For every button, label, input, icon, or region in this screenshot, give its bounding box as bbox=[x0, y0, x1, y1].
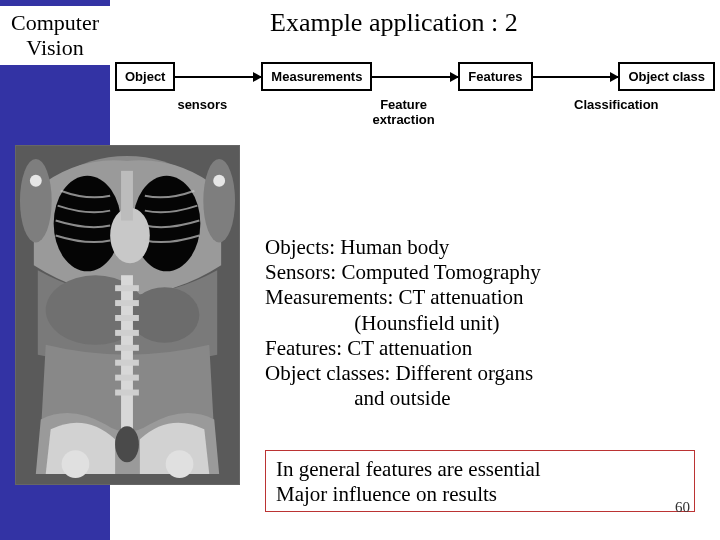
summary-line1: In general features are essential bbox=[276, 457, 684, 482]
sidebar-title: Computer Vision bbox=[0, 6, 110, 65]
svg-rect-5 bbox=[121, 171, 133, 221]
svg-point-11 bbox=[130, 287, 199, 343]
summary-line2: Major influence on results bbox=[276, 482, 684, 507]
svg-point-9 bbox=[213, 175, 225, 187]
svg-rect-20 bbox=[115, 390, 139, 396]
arrow-icon bbox=[533, 76, 619, 78]
flow-label-sensors: sensors bbox=[115, 97, 290, 127]
svg-rect-16 bbox=[115, 330, 139, 336]
flow-box-features: Features bbox=[458, 62, 532, 91]
svg-rect-18 bbox=[115, 360, 139, 366]
svg-rect-19 bbox=[115, 375, 139, 381]
svg-rect-13 bbox=[115, 285, 139, 291]
svg-point-23 bbox=[166, 450, 194, 478]
sidebar-title-line1: Computer bbox=[11, 10, 99, 35]
body-text: Objects: Human body Sensors: Computed To… bbox=[265, 235, 695, 411]
arrow-icon bbox=[175, 76, 261, 78]
svg-point-7 bbox=[203, 159, 235, 243]
arrow-icon bbox=[372, 76, 458, 78]
slide-title: Example application : 2 bbox=[270, 8, 518, 38]
flow-box-object-class: Object class bbox=[618, 62, 715, 91]
svg-rect-17 bbox=[115, 345, 139, 351]
svg-point-8 bbox=[30, 175, 42, 187]
flow-label-classification: Classification bbox=[518, 97, 715, 127]
flow-box-measurements: Measurements bbox=[261, 62, 372, 91]
svg-rect-14 bbox=[115, 300, 139, 306]
svg-point-6 bbox=[20, 159, 52, 243]
flow-labels-row: sensors Feature extraction Classificatio… bbox=[115, 97, 715, 127]
flow-boxes-row: Object Measurements Features Object clas… bbox=[115, 62, 715, 91]
sidebar-title-line2: Vision bbox=[26, 35, 83, 60]
svg-rect-15 bbox=[115, 315, 139, 321]
flow-label-feature-extraction: Feature extraction bbox=[290, 97, 518, 127]
flow-box-object: Object bbox=[115, 62, 175, 91]
ct-scan-image bbox=[15, 145, 240, 485]
svg-point-22 bbox=[62, 450, 90, 478]
pipeline-flow: Object Measurements Features Object clas… bbox=[115, 62, 715, 127]
summary-box: In general features are essential Major … bbox=[265, 450, 695, 512]
svg-point-21 bbox=[115, 426, 139, 462]
page-number: 60 bbox=[675, 499, 690, 516]
